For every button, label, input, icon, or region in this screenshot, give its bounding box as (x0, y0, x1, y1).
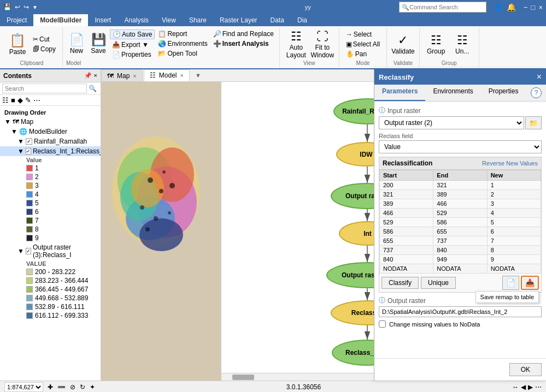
tree-item-map[interactable]: ▼ 🗺 Map (0, 117, 101, 127)
panel-pin-btn[interactable]: 📌 (84, 72, 92, 79)
environments-btn[interactable]: 🌏Environments (156, 39, 209, 48)
cut-btn[interactable]: ✂Cut (31, 35, 58, 44)
dialog-tab-parameters[interactable]: Parameters (374, 85, 425, 101)
zoom-extent-btn[interactable]: ⊘ (70, 383, 75, 391)
change-missing-checkbox[interactable] (379, 320, 386, 328)
tree-item-rainfall[interactable]: ▼ ✓ Rainfall_Ramallah (0, 136, 101, 146)
table-row[interactable]: 200 321 1 (380, 181, 541, 190)
output3-checkbox[interactable]: ✓ (26, 248, 31, 254)
pan-btn[interactable]: ✋Pan (344, 50, 382, 58)
table-row[interactable]: 737 840 8 (380, 246, 541, 255)
rainfall-checkbox[interactable]: ✓ (26, 138, 32, 145)
menu-view[interactable]: View (155, 14, 183, 26)
add-row-btn[interactable]: 📄 (502, 276, 519, 290)
tree-item-output3[interactable]: ▼ ✓ Output raster (3):Reclass_I (0, 242, 101, 260)
back-btn[interactable]: ◀ (521, 383, 526, 391)
report-btn[interactable]: 📋Report (156, 29, 209, 38)
tab-map[interactable]: 🗺 Map × (101, 69, 143, 81)
reverse-new-values-btn[interactable]: Reverse New Values (482, 160, 538, 167)
tab-model-close[interactable]: × (180, 72, 183, 79)
contents-search-input[interactable] (2, 84, 87, 93)
maximize-btn[interactable]: □ (531, 3, 536, 11)
hscroll-thumb[interactable] (232, 375, 254, 380)
dialog-close-btn[interactable]: × (537, 72, 542, 82)
layer-symbol-btn[interactable]: ◆ (17, 96, 23, 104)
table-row[interactable]: 466 529 4 (380, 209, 541, 218)
new-btn[interactable]: 📄 New (66, 28, 87, 59)
validate-btn[interactable]: ✓ Validate (391, 33, 414, 55)
unique-btn[interactable]: Unique (421, 277, 456, 289)
menu-data[interactable]: Data (264, 14, 291, 26)
qat-undo-btn[interactable]: ↩ (15, 3, 20, 11)
table-row[interactable]: 655 737 7 (380, 236, 541, 246)
tree-item-reclass-int[interactable]: ▼ ✓ Reclass_Int_1:Reclass_Int_2 (0, 146, 101, 156)
layer-label-btn[interactable]: ✎ (25, 96, 31, 104)
table-row[interactable]: NODATA NODATA NODATA (380, 264, 541, 274)
export-btn[interactable]: 📥Export ▼ (110, 40, 155, 49)
minimize-btn[interactable]: − (524, 3, 528, 11)
qat-save-btn[interactable]: 💾 (3, 3, 11, 11)
menu-modelbuilder[interactable]: ModelBuilder (33, 14, 88, 26)
table-row[interactable]: 586 655 6 (380, 227, 541, 236)
select-all-btn[interactable]: ▣Select All (344, 40, 382, 49)
copy-btn[interactable]: 🗐Copy (31, 45, 58, 54)
zoom-in-btn[interactable]: ✚ (48, 383, 53, 391)
forward-btn[interactable]: ▶ (528, 383, 533, 391)
input-raster-select[interactable]: Output raster (2) (379, 116, 524, 129)
group-btn[interactable]: ☷ Group (424, 33, 448, 55)
command-search-input[interactable] (409, 4, 484, 10)
contents-search-btn[interactable]: 🔍 (87, 84, 98, 93)
layer-more-btn[interactable]: ⋯ (33, 96, 40, 104)
open-tool-btn[interactable]: 📂Open Tool (156, 49, 209, 58)
close-window-btn[interactable]: × (538, 3, 543, 11)
menu-project[interactable]: Project (0, 14, 33, 26)
tab-map-close[interactable]: × (133, 73, 136, 79)
select-btn[interactable]: →Select (344, 30, 382, 39)
tab-model[interactable]: ☷ Model × (144, 69, 190, 81)
reclass-field-select[interactable]: Value (379, 140, 542, 153)
save-remap-btn[interactable]: 📥 (521, 276, 539, 290)
ok-btn[interactable]: OK (509, 363, 542, 376)
auto-layout-btn[interactable]: ☷ Auto Layout (284, 29, 308, 59)
find-replace-btn[interactable]: 🔎Find and Replace (211, 29, 276, 38)
save-btn[interactable]: 💾 Save (88, 28, 109, 59)
table-row[interactable]: 389 466 3 (380, 199, 541, 209)
command-search-container[interactable]: 🔍 (399, 2, 486, 13)
menu-raster-layer[interactable]: Raster Layer (213, 14, 264, 26)
ungroup-btn[interactable]: ☷ Un... (450, 33, 474, 55)
menu-share[interactable]: Share (183, 14, 213, 26)
menu-insert[interactable]: Insert (88, 14, 118, 26)
auto-save-btn[interactable]: 🕑Auto Save (110, 29, 155, 39)
classify-btn[interactable]: Classify (381, 277, 419, 289)
more-status-btn[interactable]: ⋯ (535, 383, 542, 391)
model-hscroll[interactable] (221, 373, 374, 381)
fit-to-window-btn[interactable]: ⛶ Fit to Window (310, 29, 334, 59)
qat-dropdown-btn[interactable]: ▼ (32, 4, 38, 10)
tab-dropdown-btn[interactable]: ▼ (195, 72, 201, 79)
menu-analysis[interactable]: Analysis (118, 14, 155, 26)
user-icon[interactable]: 👤 (494, 3, 503, 11)
menu-dia[interactable]: Dia (291, 14, 314, 26)
dialog-tab-properties[interactable]: Properties (481, 85, 526, 101)
properties-btn[interactable]: 📄Properties (110, 50, 155, 59)
table-row[interactable]: 529 586 5 (380, 218, 541, 227)
qat-redo-btn[interactable]: ↪ (24, 3, 29, 11)
scale-selector[interactable]: 1:874,627 (4, 382, 43, 392)
help-btn[interactable]: ? (531, 87, 542, 98)
rotate-btn[interactable]: ↻ (80, 383, 85, 391)
tree-item-modelbuilder[interactable]: ▼ 🌐 ModelBuilder (0, 127, 101, 136)
pan-map-btn[interactable]: ✦ (90, 383, 95, 391)
table-row[interactable]: 840 949 9 (380, 255, 541, 264)
input-raster-browse-btn[interactable]: 📁 (525, 116, 542, 129)
paste-btn[interactable]: 📋 Paste (5, 29, 30, 60)
notification-icon[interactable]: 🔔 (507, 3, 516, 11)
output-raster-input[interactable] (379, 306, 542, 317)
layer-list-btn[interactable]: ☷ (2, 96, 9, 104)
zoom-out-btn[interactable]: ➖ (57, 383, 66, 391)
reclass-checkbox[interactable]: ✓ (26, 148, 31, 155)
insert-analysis-btn[interactable]: ➕Insert Analysis (211, 39, 276, 48)
full-extent-btn[interactable]: ↔ (512, 383, 519, 391)
table-row[interactable]: 321 389 2 (380, 190, 541, 199)
layer-table-btn[interactable]: ■ (11, 96, 15, 104)
panel-close-btn[interactable]: × (94, 72, 97, 79)
